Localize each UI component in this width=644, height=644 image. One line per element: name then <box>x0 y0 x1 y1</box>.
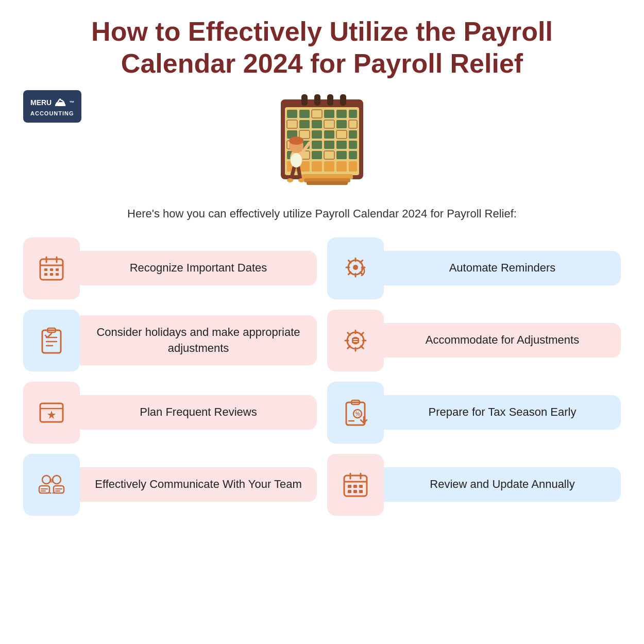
svg-rect-34 <box>336 151 347 159</box>
svg-rect-63 <box>56 273 59 276</box>
card-text: Plan Frequent Reviews <box>80 395 317 430</box>
svg-rect-21 <box>324 130 334 139</box>
svg-rect-61 <box>44 273 47 276</box>
card-text: Automate Reminders <box>384 251 621 285</box>
svg-point-95 <box>53 476 61 484</box>
subtitle: Here's how you can effectively utilize P… <box>127 205 517 222</box>
svg-rect-32 <box>312 151 322 159</box>
svg-point-103 <box>49 479 54 483</box>
card-item: Consider holidays and make appropriate a… <box>23 310 317 371</box>
card-text: Prepare for Tax Season Early <box>384 395 621 430</box>
card-icon: % <box>327 382 384 444</box>
logo-name: MERU <box>30 98 52 107</box>
card-item: Automate Reminders <box>327 238 621 299</box>
svg-point-94 <box>42 476 50 484</box>
mountain-icon: ⛰ <box>55 95 66 110</box>
svg-point-65 <box>353 265 358 270</box>
page-title: How to Effectively Utilize the Payroll C… <box>90 15 554 80</box>
card-text: Effectively Communicate With Your Team <box>80 467 317 502</box>
card-icon <box>23 310 80 371</box>
card-text: Recognize Important Dates <box>80 251 317 285</box>
svg-rect-58 <box>44 268 47 271</box>
svg-rect-28 <box>336 141 347 149</box>
card-text: Accommodate for Adjustments <box>384 323 621 358</box>
svg-line-79 <box>361 346 364 348</box>
svg-line-50 <box>298 167 300 179</box>
logo-sub: ACCOUNTING <box>30 110 74 117</box>
svg-rect-113 <box>359 490 363 493</box>
card-icon <box>23 454 80 516</box>
svg-line-78 <box>348 332 350 335</box>
card-item: Plan Frequent Reviews <box>23 382 317 444</box>
svg-marker-87 <box>47 411 56 419</box>
svg-rect-62 <box>50 273 53 276</box>
svg-rect-33 <box>324 151 334 159</box>
svg-point-51 <box>287 178 293 182</box>
svg-rect-44 <box>307 181 348 185</box>
svg-rect-35 <box>349 151 357 159</box>
svg-point-47 <box>289 137 303 145</box>
logo-tm: ™ <box>69 99 74 106</box>
svg-rect-26 <box>312 141 322 149</box>
svg-rect-27 <box>324 141 334 149</box>
svg-rect-22 <box>336 130 347 139</box>
logo-box: MERU ⛰ ™ ACCOUNTING <box>23 90 81 123</box>
svg-point-52 <box>298 178 304 182</box>
svg-line-81 <box>361 332 364 335</box>
card-icon <box>327 238 384 299</box>
svg-point-53 <box>291 153 302 167</box>
card-icon <box>23 238 80 299</box>
card-icon <box>23 382 80 444</box>
svg-rect-108 <box>348 485 351 488</box>
card-text: Consider holidays and make appropriate a… <box>80 315 317 366</box>
svg-rect-111 <box>348 490 351 493</box>
card-icon <box>327 310 384 371</box>
svg-rect-110 <box>359 485 363 488</box>
logo-area: MERU ⛰ ™ ACCOUNTING <box>23 90 621 123</box>
svg-rect-112 <box>353 490 357 493</box>
card-text: Review and Update Annually <box>384 467 621 502</box>
svg-rect-38 <box>312 161 322 172</box>
svg-rect-23 <box>349 130 357 139</box>
card-item: Review and Update Annually <box>327 454 621 516</box>
card-item: Recognize Important Dates <box>23 238 317 299</box>
svg-rect-29 <box>349 141 357 149</box>
svg-rect-41 <box>349 161 357 172</box>
card-item: % Prepare for Tax Season Early <box>327 382 621 444</box>
svg-rect-109 <box>353 485 357 488</box>
svg-line-80 <box>348 346 350 348</box>
svg-text:%: % <box>355 411 360 417</box>
svg-rect-39 <box>324 161 334 172</box>
card-icon <box>327 454 384 516</box>
svg-rect-59 <box>50 268 53 271</box>
card-item: Effectively Communicate With Your Team <box>23 454 317 516</box>
svg-rect-19 <box>299 130 310 139</box>
cards-grid: Recognize Important Dates Automate Remin… <box>23 238 621 516</box>
svg-rect-20 <box>312 130 322 139</box>
svg-rect-60 <box>56 268 59 271</box>
svg-rect-40 <box>336 161 347 172</box>
card-item: Accommodate for Adjustments <box>327 310 621 371</box>
